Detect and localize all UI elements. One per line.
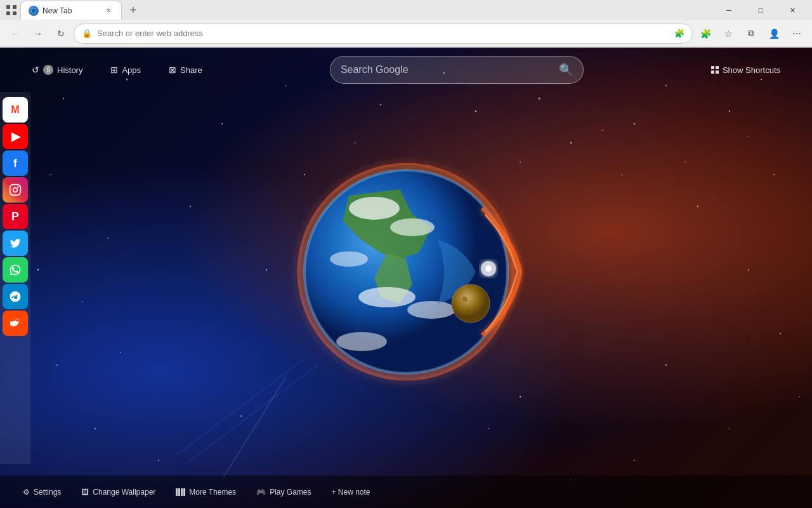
- sidebar-item-instagram[interactable]: [3, 177, 28, 203]
- apps-icon: ⊞: [110, 65, 118, 75]
- address-bar[interactable]: 🔒 🧩: [74, 23, 693, 44]
- favorites-button[interactable]: ☆: [718, 23, 738, 44]
- sidebar-item-reddit[interactable]: [3, 311, 28, 336]
- active-tab[interactable]: New Tab ✕: [20, 1, 122, 20]
- svg-point-5: [32, 9, 36, 13]
- extensions-button[interactable]: 🧩: [695, 23, 716, 44]
- extensions-icon: 🧩: [674, 29, 684, 38]
- more-themes-icon: [176, 488, 185, 496]
- svg-point-57: [349, 197, 400, 220]
- apps-sidebar: M ▶ f P: [0, 92, 30, 464]
- change-wallpaper-button[interactable]: 🖼 Change Wallpaper: [74, 484, 163, 500]
- svg-point-60: [330, 251, 368, 267]
- tab-favicon: [29, 6, 39, 16]
- menu-button[interactable]: ⋯: [787, 23, 807, 44]
- svg-point-73: [17, 186, 19, 188]
- apps-label: Apps: [122, 65, 141, 75]
- sidebar-item-youtube[interactable]: ▶: [3, 124, 28, 149]
- search-area: 🔍: [209, 56, 705, 84]
- svg-point-70: [485, 265, 492, 272]
- svg-point-68: [466, 309, 469, 312]
- settings-icon: ⚙: [23, 488, 30, 497]
- sidebar-item-gmail[interactable]: M: [3, 97, 28, 123]
- svg-point-62: [336, 332, 387, 351]
- tab-title: New Tab: [43, 6, 72, 15]
- svg-point-67: [473, 307, 476, 311]
- security-icon: 🔒: [82, 29, 92, 38]
- svg-point-58: [390, 218, 435, 236]
- minimize-button[interactable]: ─: [714, 0, 743, 20]
- svg-rect-3: [13, 11, 16, 15]
- title-bar: New Tab ✕ + ─ □ ✕: [0, 0, 812, 20]
- history-label: History: [57, 65, 82, 75]
- pinterest-icon: P: [11, 210, 19, 224]
- telegram-icon: [9, 290, 22, 303]
- svg-rect-71: [10, 185, 21, 196]
- svg-point-59: [358, 287, 416, 307]
- search-box[interactable]: 🔍: [330, 56, 584, 84]
- maximize-button[interactable]: □: [746, 0, 775, 20]
- reload-button[interactable]: ↻: [51, 23, 71, 44]
- share-label: Share: [180, 65, 202, 75]
- svg-point-72: [13, 188, 18, 192]
- history-count-badge: 9: [43, 65, 53, 75]
- search-button[interactable]: 🔍: [559, 63, 573, 77]
- more-themes-button[interactable]: More Themes: [168, 484, 244, 500]
- reddit-icon: [9, 317, 22, 330]
- whatsapp-icon: [9, 264, 22, 276]
- svg-rect-1: [13, 5, 16, 9]
- play-games-label: Play Games: [270, 488, 311, 497]
- change-wallpaper-icon: 🖼: [81, 488, 89, 497]
- collections-button[interactable]: ⧉: [741, 23, 761, 44]
- back-button[interactable]: ←: [5, 23, 25, 44]
- settings-button[interactable]: ⚙ Settings: [15, 484, 69, 500]
- show-shortcuts-button[interactable]: Show Shortcuts: [705, 62, 787, 79]
- play-games-icon: 🎮: [256, 488, 266, 497]
- tab-close-button[interactable]: ✕: [103, 6, 114, 16]
- sidebar-item-telegram[interactable]: [3, 284, 28, 309]
- address-input[interactable]: [97, 29, 669, 38]
- tab-grid-icon[interactable]: [5, 4, 18, 17]
- sidebar-item-facebook[interactable]: f: [3, 150, 28, 176]
- forward-button[interactable]: →: [28, 23, 48, 44]
- history-nav-item[interactable]: ↺ 9 History: [25, 61, 89, 79]
- svg-point-61: [407, 301, 455, 319]
- sidebar-item-twitter[interactable]: [3, 231, 28, 256]
- share-nav-item[interactable]: ⊠ Share: [162, 61, 209, 79]
- new-tab-top-bar: ↺ 9 History ⊞ Apps ⊠ Share 🔍: [0, 48, 812, 92]
- profile-button[interactable]: 👤: [764, 23, 784, 44]
- sidebar-item-pinterest[interactable]: P: [3, 204, 28, 229]
- twitter-icon: [10, 237, 21, 249]
- history-icon: ↺: [32, 65, 39, 75]
- instagram-icon: [9, 184, 22, 196]
- facebook-icon: f: [13, 157, 17, 170]
- svg-rect-2: [6, 11, 10, 15]
- toolbar-icons: 🧩 ☆ ⧉ 👤 ⋯: [695, 23, 807, 44]
- right-area: Show Shortcuts: [705, 62, 787, 79]
- close-button[interactable]: ✕: [778, 0, 807, 20]
- new-note-button[interactable]: + New note: [324, 484, 377, 500]
- show-shortcuts-label: Show Shortcuts: [723, 65, 780, 75]
- apps-nav-item[interactable]: ⊞ Apps: [104, 61, 147, 79]
- search-input[interactable]: [341, 64, 553, 76]
- svg-rect-0: [6, 5, 10, 9]
- youtube-icon: ▶: [11, 130, 20, 144]
- new-tab-page: ↺ 9 History ⊞ Apps ⊠ Share 🔍: [0, 48, 812, 508]
- gmail-icon: M: [11, 104, 19, 116]
- window-controls: ─ □ ✕: [714, 0, 807, 20]
- svg-point-66: [462, 297, 468, 302]
- bottom-bar: ⚙ Settings 🖼 Change Wallpaper More Theme…: [0, 476, 812, 508]
- settings-label: Settings: [34, 488, 61, 497]
- new-note-label: + New note: [331, 488, 370, 497]
- change-wallpaper-label: Change Wallpaper: [93, 488, 155, 497]
- new-tab-button[interactable]: +: [124, 1, 142, 19]
- play-games-button[interactable]: 🎮 Play Games: [249, 484, 318, 500]
- earth-illustration: [285, 145, 527, 401]
- shortcuts-grid-icon: [711, 66, 719, 74]
- navigation-bar: ← → ↻ 🔒 🧩 🧩 ☆ ⧉ 👤 ⋯: [0, 20, 812, 47]
- nav-items: ↺ 9 History ⊞ Apps ⊠ Share: [25, 61, 209, 79]
- more-themes-label: More Themes: [189, 488, 236, 497]
- share-icon: ⊠: [169, 65, 176, 75]
- sidebar-item-whatsapp[interactable]: [3, 257, 28, 283]
- tab-bar: New Tab ✕ +: [5, 1, 714, 20]
